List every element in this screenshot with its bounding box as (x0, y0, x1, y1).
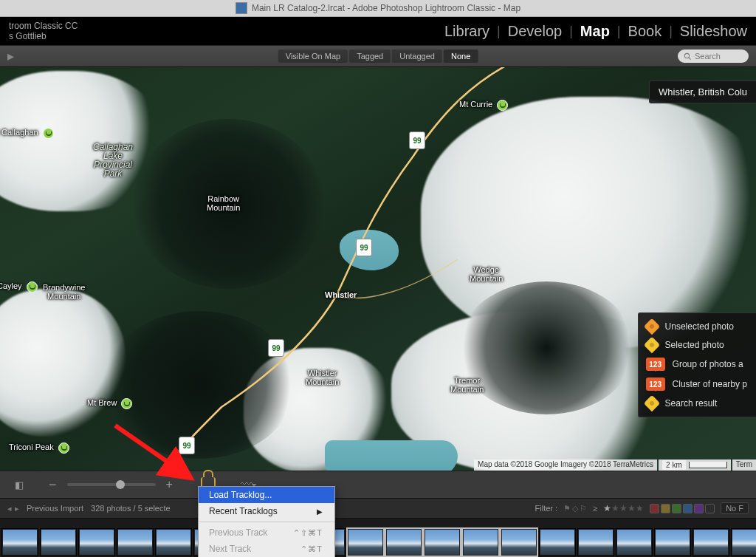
app-icon (236, 2, 247, 14)
filmstrip-thumb[interactable] (577, 528, 614, 556)
menu-next-track: Next Track⌃⌘T (199, 541, 334, 557)
map-label-tremor: TremorMountain (450, 376, 484, 394)
menu-recent-tracklogs[interactable]: Recent Tracklogs▶ (199, 503, 334, 519)
filter-visible-on-map[interactable]: Visible On Map (278, 49, 348, 63)
flag-filter[interactable]: ⚑◇⚐ (563, 504, 587, 513)
filmstrip-thumb[interactable] (693, 528, 729, 556)
map-search-input[interactable]: Search (678, 49, 749, 63)
filter-label: Filter : (535, 504, 558, 513)
window-title: Main LR Catalog-2.lrcat - Adobe Photosho… (252, 3, 520, 13)
poi-icon (43, 128, 54, 139)
module-picker: Library| Develop| Map| Book| Slideshow (444, 23, 747, 40)
map-label-mt-brew: Mt Brew (87, 398, 132, 409)
map-toolbar: ◧ − + 〰▾ (0, 471, 756, 499)
filter-tagged[interactable]: Tagged (349, 49, 391, 63)
module-book[interactable]: Book (628, 23, 662, 40)
pin-search-icon (643, 395, 660, 412)
menu-load-tracklog[interactable]: Load Tracklog... (199, 487, 334, 503)
rating-filter[interactable]: ★★★★★ (603, 503, 644, 513)
map-label-cayley: Cayley (0, 281, 38, 293)
map-label-mt-currie: Mt Currie (459, 100, 508, 111)
map-label-whistler-town: Whistler (325, 290, 357, 299)
filmstrip[interactable] (0, 519, 756, 557)
map-label-rainbow: RainbowMountain (207, 194, 240, 212)
highway-shield: 99 (356, 239, 372, 256)
pin-selected-icon (643, 337, 660, 354)
nav-back-button[interactable]: ◂ (7, 504, 12, 513)
top-panel: troom Classic CC s Gottlieb Library| Dev… (0, 17, 756, 45)
tracklog-context-menu: Load Tracklog... Recent Tracklogs▶ Previ… (198, 486, 335, 557)
identity-plate: troom Classic CC s Gottlieb (9, 21, 78, 41)
location-filter-bar: ▸ Visible On Map Tagged Untagged None Se… (0, 45, 756, 67)
filmstrip-thumb[interactable] (731, 528, 756, 556)
location-chip[interactable]: Whistler, British Colu (649, 81, 756, 103)
filter-preset-dropdown[interactable]: No F (721, 502, 749, 514)
filmstrip-thumb[interactable] (78, 528, 115, 556)
map-label-whistler-mtn: WhistlerMountain (306, 369, 339, 386)
poi-icon (27, 281, 38, 293)
poi-icon (58, 442, 69, 454)
module-library[interactable]: Library (444, 23, 489, 40)
map-label-mt-callaghan: t Callaghan (0, 128, 54, 139)
cluster-nearby-icon: 123 (646, 377, 665, 391)
cluster-group-icon: 123 (646, 358, 665, 371)
poi-icon (497, 100, 508, 111)
filter-none[interactable]: None (444, 49, 478, 63)
filter-untagged[interactable]: Untagged (392, 49, 442, 63)
pin-unselected-icon (643, 318, 660, 335)
map-label-triconi: Triconi Peak (9, 442, 69, 454)
filmstrip-thumb[interactable] (654, 528, 691, 556)
map-terms-link[interactable]: Term (732, 459, 756, 471)
filmstrip-thumb[interactable] (155, 528, 192, 556)
highway-shield: 99 (409, 131, 425, 149)
filmstrip-thumb[interactable] (539, 528, 576, 556)
filmstrip-thumb[interactable] (347, 528, 384, 556)
filmstrip-thumb[interactable] (462, 528, 499, 556)
filmstrip-toolbar: ◂ ▸ Previous Import 328 photos / 5 selec… (0, 499, 756, 519)
map-label-callaghan-park: CallaghanLakeProvincialPark (93, 143, 133, 178)
filmstrip-thumb[interactable] (424, 528, 461, 556)
zoom-out-button[interactable]: − (47, 476, 58, 494)
color-label-filter[interactable] (650, 504, 715, 513)
panel-expand-left[interactable]: ▸ (7, 48, 25, 64)
svg-line-1 (689, 57, 691, 59)
zoom-in-button[interactable]: + (165, 476, 174, 493)
map-label-wedge: WedgeMountain (470, 265, 503, 283)
module-slideshow[interactable]: Slideshow (680, 23, 747, 40)
poi-icon (121, 398, 132, 409)
map-attribution: Map data ©2018 Google Imagery ©2018 Terr… (474, 459, 756, 471)
search-icon (684, 52, 692, 61)
svg-point-0 (684, 53, 689, 58)
zoom-slider[interactable] (67, 483, 156, 486)
module-develop[interactable]: Develop (508, 23, 562, 40)
module-map[interactable]: Map (580, 23, 610, 40)
highway-shield: 99 (268, 339, 284, 357)
nav-forward-button[interactable]: ▸ (15, 504, 19, 513)
window-titlebar: Main LR Catalog-2.lrcat - Adobe Photosho… (0, 0, 756, 17)
map-canvas[interactable]: 99 99 99 99 Mt Currie CallaghanLakeProvi… (0, 67, 756, 471)
filmstrip-thumb[interactable] (385, 528, 422, 556)
filmstrip-thumb[interactable] (1, 528, 38, 556)
photo-count: 328 photos / 5 selecte (91, 504, 171, 513)
map-scale: 2 km (659, 459, 731, 471)
filmstrip-thumb[interactable] (616, 528, 653, 556)
source-label[interactable]: Previous Import (27, 504, 83, 513)
map-legend: Unselected photo Selected photo 123Group… (638, 312, 756, 417)
filmstrip-thumb[interactable] (501, 528, 537, 556)
menu-previous-track: Previous Track⌃⇧⌘T (199, 524, 334, 541)
highway-shield: 99 (179, 437, 195, 454)
map-style-button[interactable]: ◧ (13, 478, 25, 492)
filmstrip-thumb[interactable] (40, 528, 77, 556)
submenu-arrow-icon: ▶ (317, 508, 323, 516)
map-label-brandywine: BrandywineMountain (43, 283, 85, 301)
filmstrip-thumb[interactable] (117, 528, 154, 556)
